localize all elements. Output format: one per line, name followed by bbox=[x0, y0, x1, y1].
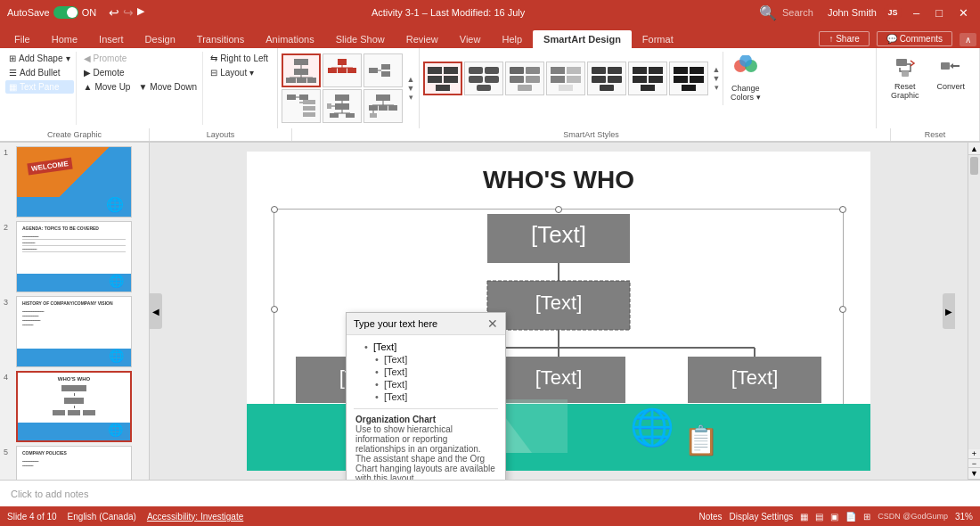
view-notes-btn[interactable]: 📄 bbox=[845, 512, 856, 522]
smartart-styles-scroll[interactable]: ▲ ▼ ▾ bbox=[710, 63, 723, 94]
smartart-style-4[interactable] bbox=[546, 62, 585, 95]
smartart-style-2[interactable] bbox=[464, 62, 503, 95]
move-down-btn[interactable]: ▼ Move Down bbox=[135, 80, 200, 94]
restore-btn[interactable]: □ bbox=[931, 6, 947, 20]
svg-rect-54 bbox=[526, 67, 540, 74]
slide-thumb-2[interactable]: 2 AGENDA: TOPICS TO BE COVERED ━━━━━━━━━… bbox=[4, 221, 145, 292]
handle-ml[interactable] bbox=[271, 306, 278, 313]
minimize-btn[interactable]: – bbox=[909, 6, 924, 20]
demote-btn[interactable]: ▶ Demote bbox=[80, 66, 201, 79]
smartart-scroll-down[interactable]: ▼ bbox=[710, 74, 723, 83]
layout-item-6[interactable] bbox=[363, 89, 403, 123]
smartart-style-6[interactable] bbox=[628, 62, 667, 95]
notes-bar[interactable]: Click to add notes bbox=[0, 480, 980, 506]
view-outline-btn[interactable]: ▤ bbox=[815, 512, 823, 522]
move-up-btn[interactable]: ▲ Move Up bbox=[80, 80, 135, 94]
bullet-1: • bbox=[375, 354, 379, 365]
display-settings-btn[interactable]: Display Settings bbox=[730, 512, 794, 522]
smartart-scroll-more[interactable]: ▾ bbox=[710, 83, 723, 92]
search-box[interactable]: 🔍 Search bbox=[752, 3, 821, 23]
svg-rect-70 bbox=[649, 76, 663, 83]
add-bullet-btn[interactable]: ☰ Add Bullet bbox=[5, 66, 74, 79]
tab-design[interactable]: Design bbox=[135, 30, 186, 48]
tab-insert[interactable]: Insert bbox=[88, 30, 135, 48]
convert-btn[interactable]: Convert bbox=[929, 52, 972, 103]
right-to-left-btn[interactable]: ⇆ Right to Left bbox=[207, 52, 272, 65]
tab-transitions[interactable]: Transitions bbox=[186, 30, 255, 48]
text-pane-btn[interactable]: ▦ Text Pane bbox=[5, 80, 74, 94]
layout-item-5[interactable] bbox=[323, 89, 362, 123]
layouts-scroll-up[interactable]: ▲ bbox=[404, 75, 417, 84]
smartart-style-5[interactable] bbox=[587, 62, 626, 95]
svg-rect-60 bbox=[567, 76, 581, 83]
layout-btn[interactable]: ⊟ Layout ▾ bbox=[207, 66, 272, 79]
reset-convert-btns: ResetGraphic Convert bbox=[884, 52, 972, 103]
view-slide-btn[interactable]: ▣ bbox=[830, 512, 838, 522]
reset-graphic-btn[interactable]: ResetGraphic bbox=[884, 52, 927, 103]
handle-tm[interactable] bbox=[555, 206, 562, 213]
undo-btn[interactable]: ↩ bbox=[109, 5, 119, 20]
layouts-scroll-more[interactable]: ▾ bbox=[404, 93, 417, 102]
present-btn[interactable]: ▶ bbox=[137, 5, 144, 20]
layout-item-1[interactable] bbox=[282, 53, 321, 87]
promote-btn[interactable]: ◀ Promote bbox=[80, 52, 201, 65]
share-button[interactable]: ↑ Share bbox=[819, 31, 869, 46]
accessibility-info[interactable]: Accessibility: Investigate bbox=[147, 512, 243, 522]
panel-expand-right-btn[interactable]: ▶ bbox=[943, 293, 955, 329]
ribbon-collapse-btn[interactable]: ∧ bbox=[960, 33, 976, 46]
notes-btn[interactable]: Notes bbox=[698, 512, 722, 522]
text-pane-sub-3[interactable]: • [Text] bbox=[354, 378, 498, 390]
panel-collapse-btn[interactable]: ◀ bbox=[150, 293, 162, 329]
scroll-down-arrow[interactable]: ▼ bbox=[968, 467, 980, 480]
layouts-scroll-down[interactable]: ▼ bbox=[404, 84, 417, 93]
tab-file[interactable]: File bbox=[4, 30, 41, 48]
text-pane-item-0[interactable]: • [Text] bbox=[354, 341, 498, 353]
tab-slideshow[interactable]: Slide Show bbox=[325, 30, 396, 48]
slide-thumb-3[interactable]: 3 HISTORY OF COMPANY/COMPANY VISION ━━━━… bbox=[4, 296, 145, 367]
handle-tr[interactable] bbox=[839, 206, 846, 213]
view-normal-btn[interactable]: ▦ bbox=[800, 512, 808, 522]
text-pane-sub-1[interactable]: • [Text] bbox=[354, 353, 498, 366]
slide-thumb-5[interactable]: 5 COMPANY POLICIES ━━━━━━━━━ ━━━━━━ bbox=[4, 446, 145, 480]
smartart-scroll-up[interactable]: ▲ bbox=[710, 65, 723, 74]
svg-rect-14 bbox=[369, 68, 378, 73]
text-pane-sub-2[interactable]: • [Text] bbox=[354, 366, 498, 378]
handle-tl[interactable] bbox=[271, 206, 278, 213]
text-pane-sub-4[interactable]: • [Text] bbox=[354, 390, 498, 403]
autosave-toggle[interactable] bbox=[53, 6, 78, 19]
scroll-zoom-in[interactable]: + bbox=[968, 449, 980, 458]
tab-home[interactable]: Home bbox=[41, 30, 88, 48]
bullet-4: • bbox=[375, 391, 379, 402]
layout-item-3[interactable] bbox=[363, 53, 403, 87]
smartart-style-3[interactable] bbox=[505, 62, 544, 95]
scroll-up-arrow[interactable]: ▲ bbox=[968, 143, 980, 155]
svg-rect-73 bbox=[674, 76, 688, 83]
tab-format[interactable]: Format bbox=[632, 30, 684, 48]
tab-help[interactable]: Help bbox=[491, 30, 533, 48]
autosave-label: AutoSave bbox=[7, 7, 50, 18]
redo-btn[interactable]: ↪ bbox=[123, 5, 134, 20]
close-btn[interactable]: ✕ bbox=[954, 6, 973, 20]
view-reading-btn[interactable]: ⊞ bbox=[863, 512, 870, 522]
smartart-style-7[interactable] bbox=[669, 62, 708, 95]
text-pane-close-btn[interactable]: ✕ bbox=[487, 316, 498, 331]
tab-view[interactable]: View bbox=[449, 30, 492, 48]
deco-globe-icon: 🌐 bbox=[630, 407, 674, 448]
tab-review[interactable]: Review bbox=[396, 30, 449, 48]
layout-item-2[interactable] bbox=[323, 53, 362, 87]
change-colors-btn[interactable]: ChangeColors ▾ bbox=[723, 52, 768, 105]
smartart-style-1[interactable] bbox=[423, 62, 462, 95]
layouts-scroll[interactable]: ▲ ▼ ▾ bbox=[404, 73, 417, 103]
layout-item-4[interactable] bbox=[282, 89, 321, 123]
tab-animations[interactable]: Animations bbox=[255, 30, 324, 48]
add-shape-btn[interactable]: ⊞ Add Shape ▾ bbox=[5, 52, 74, 65]
scroll-thumb[interactable] bbox=[970, 157, 978, 175]
slide-thumb-1[interactable]: 1 WELCOME 🌐 bbox=[4, 146, 145, 218]
handle-mr[interactable] bbox=[839, 306, 846, 313]
slide-thumb-4[interactable]: 4 WHO'S WHO 🌐 bbox=[4, 371, 145, 442]
slide-img-3: HISTORY OF COMPANY/COMPANY VISION ━━━━━━… bbox=[16, 296, 132, 367]
svg-rect-20 bbox=[299, 95, 308, 100]
tab-smartart-design[interactable]: SmartArt Design bbox=[533, 30, 632, 48]
comments-button[interactable]: 💬 Comments bbox=[877, 31, 952, 46]
reset-label: ResetGraphic bbox=[891, 82, 919, 100]
